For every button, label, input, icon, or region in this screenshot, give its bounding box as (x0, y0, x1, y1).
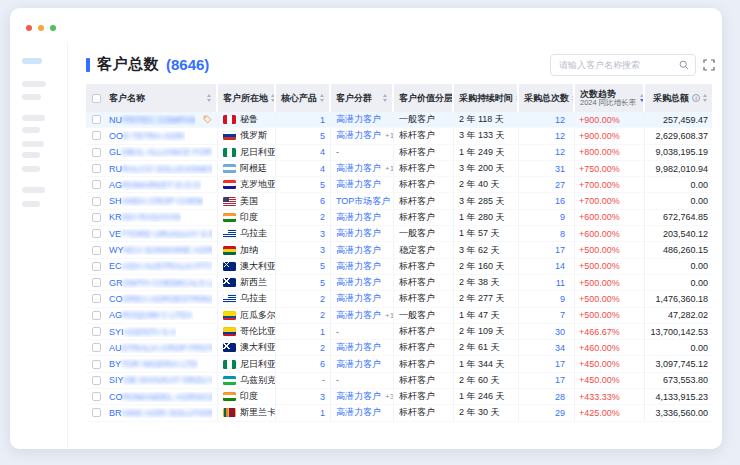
maximize-window-button[interactable] (50, 25, 56, 31)
segment-link[interactable]: 高潜力客户 (336, 178, 381, 191)
customer-name-link[interactable]: GROWTH CHEMICALS LIMITED (109, 278, 212, 288)
sort-icon[interactable] (207, 94, 211, 102)
row-checkbox[interactable] (92, 115, 101, 124)
segment-link[interactable]: 高潜力客户 (336, 358, 381, 371)
purchase-count-link[interactable]: 34 (555, 343, 565, 353)
sidebar-item-placeholder[interactable] (22, 58, 42, 64)
sidebar-item-placeholder[interactable] (22, 94, 41, 100)
minimize-window-button[interactable] (38, 25, 44, 31)
table-row[interactable]: SYIAGENTA S.A 哥伦比亚 1 - 标杆客户 2 年 109 天 30… (86, 324, 712, 340)
search-input[interactable] (557, 59, 675, 71)
core-product-count-link[interactable]: 2 (320, 343, 325, 353)
core-product-count-link[interactable]: - (322, 375, 325, 385)
segment-link[interactable]: 高潜力客户 (336, 162, 381, 175)
row-checkbox[interactable] (92, 246, 101, 255)
purchase-count-link[interactable]: 8 (560, 229, 565, 239)
customer-name-link[interactable]: ECASIA AUSTRALIA PTY LIMITED (109, 261, 212, 271)
purchase-count-link[interactable]: 12 (555, 131, 565, 141)
row-checkbox[interactable] (92, 311, 101, 320)
table-row[interactable]: NUTRITEC COMPANI S.A.C 秘鲁 1 高潜力客户 一般客户 2… (86, 112, 712, 128)
segment-link[interactable]: 高潜力客户 (336, 227, 381, 240)
customer-name-link[interactable]: SYIAGENTA S.A (109, 327, 176, 337)
core-product-count-link[interactable]: 5 (320, 180, 325, 190)
customer-name-link[interactable]: NUTRITEC COMPANI S.A.C (109, 115, 195, 125)
segment-link[interactable]: 高潜力客户 (336, 244, 381, 257)
purchase-count-link[interactable]: 14 (555, 261, 565, 271)
sidebar-item-placeholder[interactable] (22, 152, 40, 158)
table-row[interactable]: GLOBAL ALLIANCE FOR CHEMICA... 尼日利亚 4 - … (86, 145, 712, 161)
table-row[interactable]: COROMANDEL AGRISCIENCE PRIVATE... 印度 3 高… (86, 389, 712, 405)
segment-link[interactable]: TOP市场客户 (336, 195, 390, 208)
table-row[interactable]: VETTORE URUGUAY S.R.L 乌拉圭 3 高潜力客户 一般客户 1… (86, 226, 712, 242)
customer-name-link[interactable]: OOD TETRA AGRI (109, 131, 185, 141)
table-row[interactable]: BYTOR NIGERIA LTD 尼日利亚 6 高潜力客户 标杆客户 1 年 … (86, 356, 712, 372)
row-checkbox[interactable] (92, 197, 101, 206)
row-checkbox[interactable] (92, 343, 101, 352)
table-row[interactable]: GROWTH CHEMICALS LIMITED 新西兰 5 高潜力客户 标杆客… (86, 275, 712, 291)
segment-link[interactable]: 高潜力客户 (336, 211, 381, 224)
row-checkbox[interactable] (92, 180, 101, 189)
customer-name-link[interactable]: COOREA AGROESTRINA ALLMIXR... (109, 294, 212, 304)
row-checkbox[interactable] (92, 360, 101, 369)
row-checkbox[interactable] (92, 327, 101, 336)
customer-name-link[interactable]: AUSTRALIA CROP PROTECTIONP... (109, 343, 212, 353)
row-checkbox[interactable] (92, 278, 101, 287)
core-product-count-link[interactable]: 5 (320, 131, 325, 141)
column-header-trend[interactable]: 次数趋势 2024 同比增长率 (575, 84, 645, 112)
table-row[interactable]: SIYOB SHAVKAT ORZU FERMERX... 乌兹别克斯坦 - -… (86, 373, 712, 389)
segment-link[interactable]: 高潜力客户 (336, 341, 381, 354)
customer-name-link[interactable]: RURALCO SOLUCIONES S.A (109, 164, 212, 174)
core-product-count-link[interactable]: 4 (320, 164, 325, 174)
sort-icon[interactable] (383, 94, 387, 102)
purchase-count-link[interactable]: 11 (556, 278, 565, 288)
row-checkbox[interactable] (92, 294, 101, 303)
sidebar-item-placeholder[interactable] (22, 115, 45, 121)
purchase-count-link[interactable]: 17 (555, 375, 565, 385)
core-product-count-link[interactable]: 2 (320, 212, 325, 222)
core-product-count-link[interactable]: 2 (320, 310, 325, 320)
column-header-location[interactable]: 客户所在地 (218, 84, 276, 112)
table-row[interactable]: SHANDA CROP CHEM 美国 6 TOP市场客户 标杆客户 3 年 2… (86, 193, 712, 209)
sort-icon-active[interactable] (640, 94, 644, 102)
customer-name-link[interactable]: BYTOR NIGERIA LTD (109, 359, 198, 369)
table-row[interactable]: OOD TETRA AGRI 俄罗斯 5 高潜力客户 +1 标杆客户 3 年 1… (86, 128, 712, 144)
core-product-count-link[interactable]: 1 (320, 327, 325, 337)
sort-icon[interactable] (271, 94, 275, 102)
sidebar-item-placeholder[interactable] (22, 141, 44, 147)
segment-link[interactable]: - (336, 147, 339, 157)
purchase-count-link[interactable]: 29 (555, 408, 565, 418)
column-header-value-tier[interactable]: 客户价值分层 (394, 84, 454, 112)
core-product-count-link[interactable]: 1 (320, 115, 325, 125)
column-header-name[interactable]: 客户名称 (86, 84, 218, 112)
search-box[interactable] (550, 54, 696, 76)
core-product-count-link[interactable]: 6 (320, 359, 325, 369)
core-product-count-link[interactable]: 3 (320, 392, 325, 402)
table-row[interactable]: BRAINS AGRI SOLUTIONS PVTLTD 斯里兰卡 1 高潜力客… (86, 405, 712, 421)
close-window-button[interactable] (26, 25, 32, 31)
customer-name-link[interactable]: AGROMARKET D.O.O (109, 180, 201, 190)
segment-link[interactable]: 高潜力客户 (336, 292, 381, 305)
segment-link[interactable]: 高潜力客户 (336, 260, 381, 273)
purchase-count-link[interactable]: 7 (560, 310, 565, 320)
segment-link[interactable]: 高潜力客户 (336, 390, 381, 403)
sort-icon[interactable] (320, 94, 324, 102)
column-header-segment[interactable]: 客户分群 (331, 84, 394, 112)
purchase-count-link[interactable]: 16 (555, 196, 565, 206)
segment-link[interactable]: 高潜力客户 (336, 129, 381, 142)
core-product-count-link[interactable]: 3 (320, 229, 325, 239)
sidebar-item-placeholder[interactable] (22, 166, 40, 172)
core-product-count-link[interactable]: 3 (320, 245, 325, 255)
customer-name-link[interactable]: GLOBAL ALLIANCE FOR CHEMICA... (109, 147, 212, 157)
row-checkbox[interactable] (92, 213, 101, 222)
customer-name-link[interactable]: SHANDA CROP CHEM (109, 196, 203, 206)
customer-name-link[interactable]: COROMANDEL AGRISCIENCE PRIVATE... (109, 392, 212, 402)
purchase-count-link[interactable]: 17 (555, 245, 565, 255)
search-icon[interactable] (679, 60, 689, 70)
table-row[interactable]: ECASIA AUSTRALIA PTY LIMITED 澳大利亚 5 高潜力客… (86, 259, 712, 275)
customer-name-link[interactable]: VETTORE URUGUAY S.R.L (109, 229, 212, 239)
purchase-count-link[interactable]: 12 (555, 147, 565, 157)
sort-icon[interactable] (703, 94, 707, 102)
select-all-checkbox[interactable] (92, 94, 101, 103)
expand-icon[interactable] (703, 59, 715, 71)
customer-name-link[interactable]: BRAINS AGRI SOLUTIONS PVTLTD (109, 408, 212, 418)
